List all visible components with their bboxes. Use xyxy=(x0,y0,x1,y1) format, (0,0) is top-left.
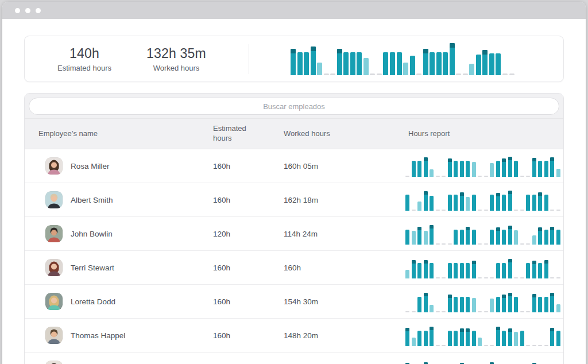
estimated-hours-value: 140h xyxy=(38,46,130,61)
day-hours-bar xyxy=(538,192,542,211)
day-hours-bar xyxy=(502,295,506,312)
day-hours-bar xyxy=(337,49,342,75)
overtime-cap xyxy=(450,43,455,48)
day-hours-bar xyxy=(472,298,476,312)
employee-avatar xyxy=(45,293,63,310)
day-hours-bar xyxy=(430,169,434,177)
header-worked-hours: Worked hours xyxy=(271,129,334,139)
table-row[interactable]: Rosa Miller160h160h 05m xyxy=(25,149,563,183)
overtime-cap xyxy=(337,49,342,53)
overtime-cap xyxy=(508,259,512,262)
day-hours-bar xyxy=(466,161,470,177)
day-hours-bar xyxy=(502,158,506,177)
employee-name: Thomas Happel xyxy=(71,331,125,340)
overtime-cap xyxy=(544,260,548,264)
day-hours-bar xyxy=(489,53,494,75)
worked-hours-cell: 114h 24m xyxy=(271,230,393,238)
day-off-dash xyxy=(442,176,446,177)
window-close-dot-icon[interactable] xyxy=(15,8,20,13)
overtime-cap xyxy=(508,293,512,296)
day-off-dash xyxy=(520,311,524,313)
day-off-dash xyxy=(526,311,530,313)
day-hours-bar xyxy=(350,52,355,75)
overtime-cap xyxy=(538,227,542,231)
window-maximize-dot-icon[interactable] xyxy=(36,8,41,13)
overtime-cap xyxy=(532,294,536,297)
day-hours-bar xyxy=(448,195,452,211)
day-off-dash xyxy=(550,277,554,279)
overtime-cap xyxy=(424,191,428,195)
day-hours-bar xyxy=(472,261,476,278)
table-row[interactable]: Terri Stewart160h160h xyxy=(25,251,563,285)
day-hours-bar xyxy=(448,263,452,278)
day-hours-bar xyxy=(520,331,524,346)
day-hours-bar xyxy=(417,161,421,177)
employee-avatar xyxy=(45,327,63,344)
day-hours-bar xyxy=(460,263,464,278)
day-hours-bar xyxy=(460,297,464,312)
day-hours-bar xyxy=(424,293,428,312)
day-off-dash xyxy=(556,210,560,211)
day-off-dash xyxy=(412,210,416,211)
overtime-cap xyxy=(472,261,476,264)
day-off-dash xyxy=(436,210,440,211)
day-hours-bar xyxy=(544,297,548,312)
employee-name: John Bowlin xyxy=(71,230,113,238)
day-hours-bar xyxy=(502,230,506,245)
day-hours-bar xyxy=(410,56,415,75)
summary-card: 140h Estimated hours 132h 35m Worked hou… xyxy=(24,36,564,82)
day-hours-bar xyxy=(430,327,434,346)
day-off-dash xyxy=(484,277,488,279)
day-off-dash xyxy=(478,311,482,313)
day-hours-bar xyxy=(502,195,506,211)
day-hours-bar xyxy=(556,304,560,312)
day-hours-bar xyxy=(556,230,560,245)
header-hours-report: Hours report xyxy=(393,129,563,139)
day-hours-bar xyxy=(424,157,428,177)
day-hours-bar xyxy=(417,263,421,278)
day-off-dash xyxy=(442,345,446,347)
table-row[interactable]: Albert Smith160h162h 18m xyxy=(25,183,563,217)
overtime-cap xyxy=(532,158,536,161)
overtime-cap xyxy=(496,227,500,231)
day-off-dash xyxy=(478,243,482,245)
overtime-cap xyxy=(291,49,296,53)
day-hours-bar xyxy=(496,227,500,245)
day-off-dash xyxy=(550,210,554,211)
table-row[interactable]: Thomas Happel160h148h 20m xyxy=(25,319,563,353)
day-hours-bar xyxy=(454,230,458,245)
day-hours-bar xyxy=(424,191,428,211)
day-hours-bar xyxy=(490,230,494,245)
day-off-dash xyxy=(442,210,446,211)
estimated-hours-cell: 160h xyxy=(200,196,271,204)
day-hours-bar xyxy=(343,52,349,75)
day-hours-bar xyxy=(490,195,494,211)
employees-table-card: Employee’s name Estimated hours Worked h… xyxy=(24,93,564,364)
employee-name-cell xyxy=(25,361,200,364)
employee-hours-sparkline xyxy=(405,223,560,245)
table-row[interactable]: John Bowlin120h114h 24m xyxy=(25,217,563,251)
overtime-cap xyxy=(550,157,554,161)
day-off-dash xyxy=(484,243,488,245)
table-row[interactable]: Loretta Dodd160h154h 30m xyxy=(25,285,563,319)
window-minimize-dot-icon[interactable] xyxy=(25,8,30,13)
overtime-cap xyxy=(496,327,500,330)
day-off-dash xyxy=(405,176,409,177)
day-off-dash xyxy=(514,277,518,279)
day-hours-bar xyxy=(466,227,470,245)
header-employee-name: Employee’s name xyxy=(25,129,200,139)
search-input[interactable] xyxy=(29,98,559,115)
day-hours-bar xyxy=(460,328,464,346)
day-hours-bar xyxy=(472,331,476,346)
day-hours-bar xyxy=(526,195,530,211)
overtime-cap xyxy=(550,328,554,331)
day-off-dash xyxy=(416,73,421,75)
estimated-hours-cell: 160h xyxy=(200,297,271,306)
app-window: 140h Estimated hours 132h 35m Worked hou… xyxy=(2,2,586,364)
day-hours-bar xyxy=(490,163,494,177)
estimated-hours-cell: 120h xyxy=(200,230,271,238)
table-row[interactable] xyxy=(25,353,563,364)
day-hours-bar xyxy=(424,331,428,346)
employee-avatar xyxy=(45,191,63,208)
day-hours-bar xyxy=(490,299,494,312)
